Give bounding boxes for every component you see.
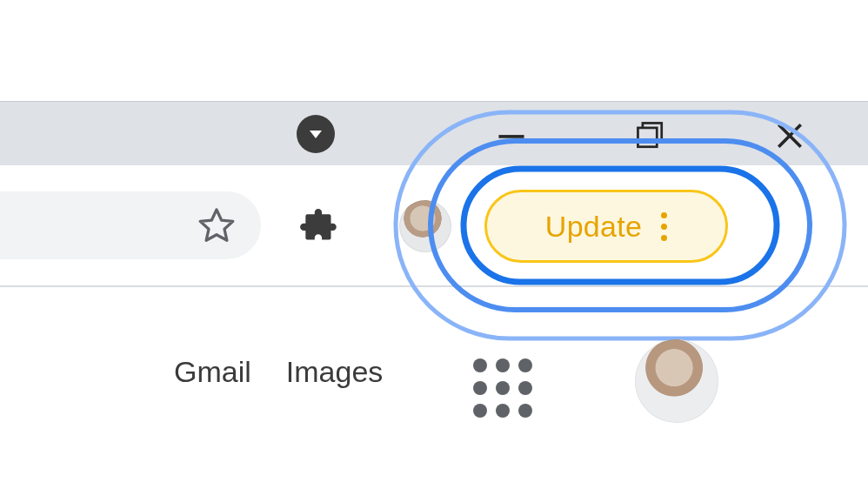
maximize-icon — [633, 117, 668, 155]
maximize-button[interactable] — [633, 118, 668, 153]
bookmark-star-icon[interactable] — [197, 205, 237, 245]
images-link[interactable]: Images — [286, 355, 384, 389]
close-icon — [772, 117, 807, 155]
puzzle-piece-icon — [300, 209, 337, 239]
svg-rect-0 — [498, 135, 524, 138]
profile-button[interactable] — [399, 200, 451, 252]
svg-rect-2 — [638, 128, 657, 147]
update-label: Update — [545, 210, 642, 244]
extensions-button[interactable] — [298, 207, 342, 251]
vertical-dots-icon — [661, 212, 667, 241]
apps-grid-icon — [473, 358, 487, 372]
update-button[interactable]: Update — [484, 190, 728, 263]
minimize-icon — [494, 117, 529, 155]
close-button[interactable] — [772, 118, 807, 153]
minimize-button[interactable] — [494, 118, 529, 153]
tab-search-dropdown[interactable] — [297, 115, 335, 153]
google-header-links: Gmail Images — [174, 355, 383, 389]
google-apps-button[interactable] — [473, 358, 532, 418]
window-controls — [503, 118, 807, 153]
google-account-avatar[interactable] — [635, 339, 718, 423]
address-bar[interactable] — [0, 191, 261, 259]
gmail-link[interactable]: Gmail — [174, 355, 251, 389]
caret-down-icon — [307, 125, 324, 143]
